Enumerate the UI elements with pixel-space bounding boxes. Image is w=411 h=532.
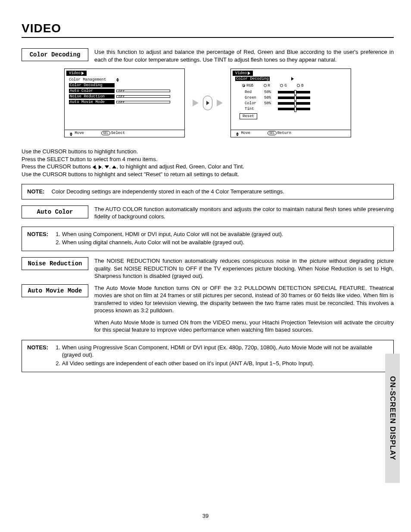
arrow-right-icon [193, 100, 199, 106]
label-noise-reduction: Noise Reduction [22, 257, 88, 270]
radio-g: G [280, 84, 286, 88]
sidebar-tab: ON-SCREEN DISPLAY [385, 354, 400, 483]
osd-right: Video Color Decoding RGB R G B Red50% Gr… [230, 68, 351, 137]
radio-r: R [264, 84, 270, 88]
page-title: VIDEO [22, 22, 394, 38]
osd2-tint: Tint [245, 107, 264, 111]
osd2-green: Green [245, 96, 264, 100]
osd2-title: Video [233, 71, 253, 76]
label-auto-movie-mode: Auto Movie Mode [22, 284, 88, 297]
osd1-title: Video [66, 71, 87, 76]
notes3-item2: All Video settings are independent of ea… [62, 360, 388, 367]
note1-text: Color Decoding settings are independentl… [51, 188, 284, 196]
osd1-item-nr: Noise Reduction [69, 94, 115, 99]
osd1-item-amm: Auto Movie Mode [69, 100, 115, 104]
desc-auto-movie: The Auto Movie Mode function turns ON or… [94, 284, 394, 334]
osd2-foot-move: Move [241, 131, 250, 135]
desc-auto-color: The AUTO COLOR function automatically mo… [94, 205, 394, 221]
note-box-1: NOTE: Color Decoding settings are indepe… [22, 184, 394, 199]
osd2-reset: Reset [240, 113, 257, 119]
remote-right-button [203, 96, 212, 110]
label-auto-color: Auto Color [22, 205, 88, 218]
osd1-foot-select: Select [111, 131, 125, 135]
instructions: Use the CURSOR buttons to highlight func… [22, 148, 394, 178]
notes3-item1: When using Progressive Scan Component, H… [62, 344, 388, 359]
radio-rgb: RGB [242, 84, 253, 88]
note-label: NOTE: [27, 188, 44, 196]
osd2-color: Color [245, 101, 264, 106]
page-number: 39 [0, 513, 411, 519]
osd2-sub: Color Decoding [235, 77, 270, 81]
label-color-decoding: Color Decoding [22, 48, 88, 61]
osd2-foot-return: Return [277, 131, 291, 135]
arrow-right-icon [217, 100, 223, 106]
note-box-3: NOTES: When using Progressive Scan Compo… [22, 340, 394, 372]
notes-label: NOTES: [27, 230, 48, 247]
osd-left: Video Color Management Color Decoding Au… [64, 68, 185, 137]
notes2-item1: When using Component, HDMI or DVI input,… [62, 230, 283, 238]
sidebar-text: ON-SCREEN DISPLAY [388, 376, 397, 460]
osd1-item-cm: Color Management [69, 78, 115, 82]
desc-noise-reduction: The NOISE REDUCTION function automatical… [94, 257, 394, 280]
osd1-item-cd: Color Decoding [69, 83, 115, 87]
osd-row: Video Color Management Color Decoding Au… [22, 68, 394, 137]
osd1-foot-move: Move [75, 131, 84, 135]
osd2-red: Red [245, 90, 264, 94]
osd1-item-ac: Auto Color [69, 89, 115, 93]
notes2-item2: When using digital channels, Auto Color … [62, 239, 283, 246]
desc-color-decoding: Use this function to adjust and balance … [94, 48, 394, 63]
arrows-between [193, 96, 223, 110]
note-box-2: NOTES: When using Component, HDMI or DVI… [22, 227, 394, 251]
radio-b: B [297, 84, 303, 88]
notes-label-3: NOTES: [27, 344, 48, 368]
